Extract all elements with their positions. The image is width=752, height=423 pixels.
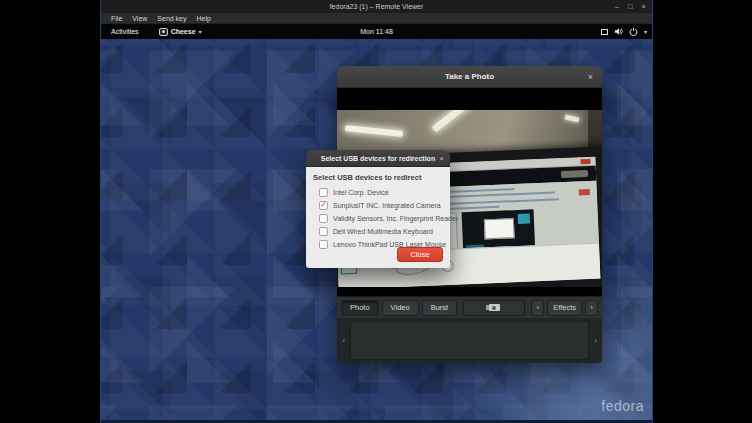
gallery-prev-button[interactable]: ‹ <box>337 318 350 363</box>
gallery-panel <box>350 321 589 360</box>
usb-device-checkbox[interactable] <box>319 188 328 197</box>
screenshot-stage: fedora23 (1) – Remote Viewer – □ × File … <box>0 0 752 423</box>
usb-device-label: Intel Corp. Device <box>333 189 389 196</box>
usb-dialog-header: Select USB devices to redirect <box>306 167 450 186</box>
menu-send-key[interactable]: Send key <box>152 15 191 22</box>
effects-next-button[interactable]: › <box>585 300 598 316</box>
usb-dialog-title: Select USB devices for redirection <box>321 155 435 162</box>
gallery-next-button[interactable]: › <box>589 318 602 363</box>
system-status-area[interactable]: ▾ <box>601 24 647 39</box>
minimize-icon[interactable]: – <box>615 3 619 11</box>
remote-viewer-window: fedora23 (1) – Remote Viewer – □ × File … <box>100 0 653 423</box>
menu-help[interactable]: Help <box>192 15 216 22</box>
tab-photo[interactable]: Photo <box>341 300 379 316</box>
camera-shutter-icon <box>489 304 500 311</box>
usb-device-label: Validity Sensors, Inc. Fingerprint Reade… <box>333 215 458 222</box>
checkmark-icon: ✓ <box>320 201 327 209</box>
close-icon[interactable]: × <box>642 3 646 11</box>
tab-burst[interactable]: Burst <box>422 300 458 316</box>
usb-redirect-dialog: Select USB devices for redirection × Sel… <box>306 150 450 268</box>
usb-device-checkbox[interactable] <box>319 240 328 249</box>
cheese-toolbar: Photo Video Burst ‹ Effects › <box>337 296 602 318</box>
take-photo-button[interactable] <box>463 300 525 316</box>
usb-dialog-body: Select USB devices to redirect Intel Cor… <box>306 167 450 268</box>
viewer-title: fedora23 (1) – Remote Viewer <box>330 3 424 10</box>
usb-device-row[interactable]: ✓ SunplusIT INC. Integrated Camera <box>319 199 450 212</box>
volume-icon <box>614 27 623 36</box>
effects-prev-button[interactable]: ‹ <box>531 300 544 316</box>
menu-view[interactable]: View <box>127 15 152 22</box>
cheese-title: Take a Photo <box>445 72 494 81</box>
usb-device-label: Dell Wired Multimedia Keyboard <box>333 228 433 235</box>
fedora-logo: fedora <box>601 398 644 414</box>
usb-device-checkbox[interactable]: ✓ <box>319 201 328 210</box>
search-box <box>561 170 588 178</box>
viewer-titlebar[interactable]: fedora23 (1) – Remote Viewer – □ × <box>101 0 652 13</box>
tab-burst-label: Burst <box>431 303 449 312</box>
close-icon[interactable]: × <box>588 66 593 88</box>
tab-photo-label: Photo <box>350 303 370 312</box>
close-button[interactable]: Close <box>397 247 443 262</box>
viewer-menubar: File View Send key Help <box>101 13 652 24</box>
usb-device-checkbox[interactable] <box>319 227 328 236</box>
clock[interactable]: Mon 11:48 <box>101 28 652 35</box>
gnome-top-bar: Mon 11:48 Activities Cheese ▾ ▾ <box>101 24 652 39</box>
usb-device-row[interactable]: Intel Corp. Device <box>319 186 450 199</box>
usb-device-row[interactable]: Validity Sensors, Inc. Fingerprint Reade… <box>319 212 450 225</box>
display-icon <box>601 29 608 35</box>
menu-file[interactable]: File <box>106 15 127 22</box>
usb-dialog-titlebar[interactable]: Select USB devices for redirection × <box>306 150 450 167</box>
close-icon[interactable]: × <box>439 150 444 167</box>
tab-video[interactable]: Video <box>382 300 419 316</box>
photo-gallery-strip: ‹ › <box>337 318 602 363</box>
tab-video-label: Video <box>391 303 410 312</box>
usb-device-row[interactable]: Dell Wired Multimedia Keyboard <box>319 225 450 238</box>
usb-device-label: SunplusIT INC. Integrated Camera <box>333 202 441 209</box>
remote-desktop: Mon 11:48 Activities Cheese ▾ ▾ fedora <box>101 24 652 423</box>
browser-button <box>580 159 590 164</box>
usb-device-checkbox[interactable] <box>319 214 328 223</box>
cheese-app-icon <box>159 28 168 36</box>
effects-button[interactable]: Effects <box>547 300 582 316</box>
cheese-titlebar[interactable]: Take a Photo × <box>337 66 602 88</box>
chevron-down-icon: ▾ <box>644 28 647 35</box>
power-icon <box>629 27 638 36</box>
maximize-icon[interactable]: □ <box>628 3 633 11</box>
